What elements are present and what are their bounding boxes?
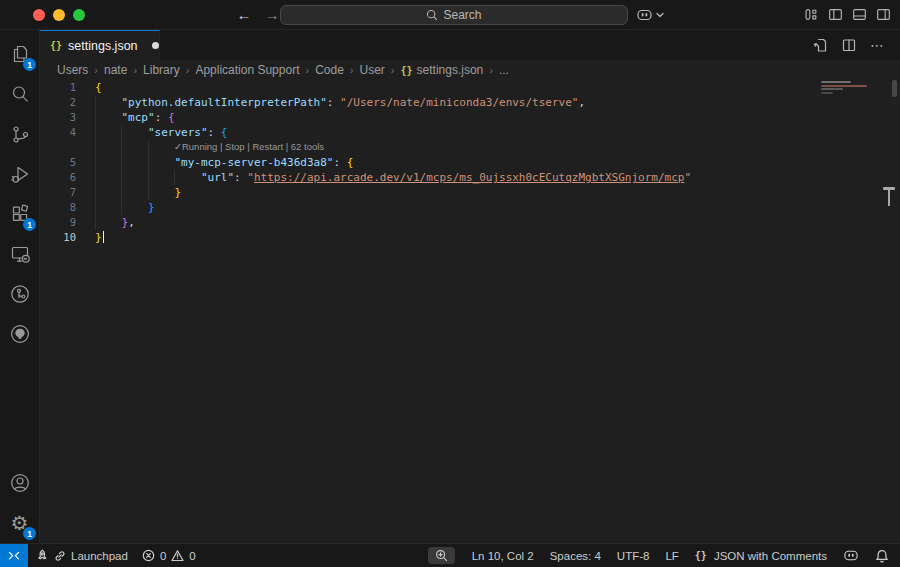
breadcrumb-item[interactable]: ... [498, 63, 510, 77]
search-placeholder: Search [443, 8, 481, 22]
layout-controls [804, 7, 891, 22]
remote-indicator[interactable] [0, 544, 28, 567]
breadcrumb-item[interactable]: {}settings.json [400, 63, 485, 77]
codelens-running[interactable]: ✓Running [174, 141, 217, 152]
sidebar-item-extensions[interactable]: 1 [0, 194, 39, 234]
line-number[interactable]: 7 [40, 185, 76, 200]
code-line[interactable]: 5 "my-mcp-server-b436d3a8": { [40, 155, 900, 170]
split-editor-icon[interactable] [841, 37, 857, 53]
toggle-secondary-sidebar-icon[interactable] [876, 7, 891, 22]
code-line[interactable]: 3 "mcp": { [40, 110, 900, 125]
sidebar-item-circle-branch[interactable] [0, 274, 39, 314]
code-token: } [174, 186, 181, 199]
command-center-search[interactable]: Search [280, 5, 628, 25]
copilot-status-button[interactable] [836, 544, 866, 567]
json-file-icon: {} [401, 65, 413, 76]
breadcrumb-item[interactable]: User [359, 63, 386, 77]
explorer-badge: 1 [23, 58, 36, 71]
more-actions-icon[interactable]: ⋯ [870, 37, 885, 53]
tab-settings-json[interactable]: {} settings.json [40, 30, 160, 60]
codelens-stop[interactable]: Stop [225, 141, 245, 152]
breadcrumb-item[interactable]: Library [142, 63, 181, 77]
notifications-bell-icon[interactable] [868, 544, 896, 567]
zoom-indicator[interactable] [428, 547, 455, 564]
line-number[interactable]: 5 [40, 155, 76, 170]
search-icon [426, 9, 438, 21]
code-line[interactable]: 7 } [40, 185, 900, 200]
sidebar-item-explorer[interactable]: 1 [0, 34, 39, 74]
run-debug-icon [9, 163, 31, 185]
sidebar-item-search[interactable] [0, 74, 39, 114]
maximize-button[interactable] [73, 9, 85, 21]
code-line-content: "url": "https://api.arcade.dev/v1/mcps/m… [76, 170, 691, 185]
encoding-setting[interactable]: UTF-8 [610, 544, 657, 567]
github-icon [9, 323, 31, 345]
manage-button[interactable]: ⚙ 1 [0, 503, 39, 543]
launchpad-item[interactable]: Launchpad [28, 544, 135, 567]
line-number[interactable]: 3 [40, 110, 76, 125]
breadcrumb-item[interactable]: Code [314, 63, 345, 77]
customize-layout-icon[interactable] [804, 7, 819, 22]
title-bar: ← → Search [0, 0, 900, 30]
eol-setting[interactable]: LF [658, 544, 685, 567]
code-line[interactable]: 6 "url": "https://api.arcade.dev/v1/mcps… [40, 170, 900, 185]
code-line[interactable]: 8 } [40, 200, 900, 215]
minimize-button[interactable] [53, 9, 65, 21]
accounts-button[interactable] [0, 463, 39, 503]
code-line[interactable]: 10} [40, 230, 900, 245]
indentation-setting[interactable]: Spaces: 4 [543, 544, 608, 567]
code-token: { [168, 111, 175, 124]
chevron-down-icon [656, 11, 664, 19]
close-button[interactable] [33, 9, 45, 21]
line-number[interactable]: 1 [40, 80, 76, 95]
history-nav: ← → [234, 3, 282, 25]
tab-label: settings.json [68, 39, 137, 53]
editor-column: {} settings.json ⋯ Users›nate›Library›Ap… [40, 30, 900, 543]
line-number[interactable]: 2 [40, 95, 76, 110]
toggle-primary-sidebar-icon[interactable] [828, 7, 843, 22]
sidebar-item-remote-explorer[interactable] [0, 234, 39, 274]
copilot-menu-button[interactable] [636, 7, 664, 23]
scrollbar-thumb[interactable] [892, 80, 897, 97]
code-token: { [221, 126, 228, 139]
line-number[interactable]: 4 [40, 125, 76, 140]
open-settings-ui-icon[interactable] [812, 37, 828, 53]
indent-guide [174, 170, 175, 185]
line-number[interactable]: 9 [40, 215, 76, 230]
line-number[interactable]: 10 [40, 230, 76, 245]
activity-bar-top: 1 [0, 34, 39, 354]
status-bar: Launchpad 0 0 Ln 10, Col 2 Spaces: 4 UTF… [0, 543, 900, 567]
forward-button[interactable]: → [262, 3, 282, 25]
code-line-content: "my-mcp-server-b436d3a8": { [76, 155, 353, 170]
codelens-tools[interactable]: 62 tools [291, 141, 324, 152]
code-line[interactable]: 2 "python.defaultInterpreterPath": "/Use… [40, 95, 900, 110]
code-line-content: } [76, 230, 104, 245]
code-line[interactable]: 9 }, [40, 215, 900, 230]
json-file-icon: {} [50, 40, 62, 51]
indent-guide [121, 125, 122, 215]
link-icon [54, 550, 66, 562]
breadcrumb-separator: › [489, 64, 493, 76]
sidebar-item-source-control[interactable] [0, 114, 39, 154]
url-link[interactable]: https://api.arcade.dev/v1/mcps/ms_0ujssx… [254, 171, 684, 184]
breadcrumb-separator: › [391, 64, 395, 76]
breadcrumb: Users›nate›Library›Application Support›C… [40, 60, 900, 80]
code-token: , [128, 216, 135, 229]
line-number[interactable]: 8 [40, 200, 76, 215]
toggle-panel-icon[interactable] [852, 7, 867, 22]
problems-item[interactable]: 0 0 [135, 544, 203, 567]
status-bar-right: Ln 10, Col 2 Spaces: 4 UTF-8 LF {} JSON … [428, 544, 900, 567]
cursor-position[interactable]: Ln 10, Col 2 [465, 544, 541, 567]
line-number[interactable]: 6 [40, 170, 76, 185]
breadcrumb-item[interactable]: nate [103, 63, 128, 77]
breadcrumb-item[interactable]: Application Support [194, 63, 300, 77]
editor[interactable]: 1{2 "python.defaultInterpreterPath": "/U… [40, 80, 900, 543]
sidebar-item-github[interactable] [0, 314, 39, 354]
back-button[interactable]: ← [234, 3, 254, 25]
codelens-restart[interactable]: Restart [252, 141, 283, 152]
code-line[interactable]: 4 "servers": { [40, 125, 900, 140]
sidebar-item-run-debug[interactable] [0, 154, 39, 194]
breadcrumb-item[interactable]: Users [56, 63, 89, 77]
code-line[interactable]: 1{ [40, 80, 900, 95]
language-mode[interactable]: {} JSON with Comments [688, 544, 834, 567]
